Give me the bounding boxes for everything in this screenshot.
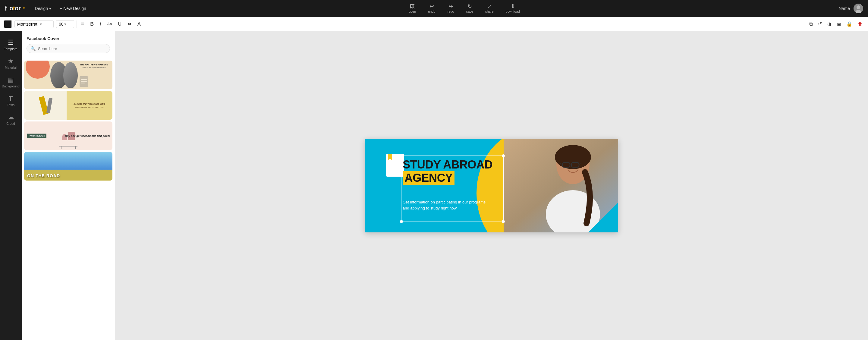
bookmark-icon <box>388 154 392 160</box>
avatar[interactable] <box>854 4 863 13</box>
templates-grid: THE MATTHEW BROTHERS Follow us and explo… <box>22 58 115 340</box>
tool-redo[interactable]: ↪ redo <box>445 2 457 14</box>
top-bar: f otor ® Design ▾ + New Design 🖼 open ↩ … <box>0 0 868 17</box>
logo-text: otor <box>9 5 21 12</box>
size-dropdown-icon: ▾ <box>64 22 66 27</box>
sidebar-item-texts[interactable]: T Texts <box>1 92 21 110</box>
align-button[interactable]: ≡ <box>79 20 86 28</box>
material-icon: ★ <box>8 58 14 64</box>
rotate-button[interactable]: ↺ <box>816 20 824 28</box>
logo: f otor ® <box>5 4 25 12</box>
new-design-button[interactable]: + New Design <box>56 5 90 12</box>
logo-tm: ® <box>23 7 25 10</box>
template-diy-subtitle: INFORMATIVE AND INTERESTING <box>75 106 104 108</box>
person-svg <box>504 139 618 233</box>
canvas-subtitle-text: Get information on participating in our … <box>403 199 487 211</box>
tool-undo[interactable]: ↩ undo <box>426 2 438 14</box>
duplicate-button[interactable]: ⧉ <box>807 20 814 28</box>
document-icon <box>386 154 404 177</box>
open-icon: 🖼 <box>410 4 415 9</box>
font-size-selector[interactable]: 60 ▾ <box>56 20 74 28</box>
template-card-road[interactable]: ON THE ROAD <box>24 152 113 181</box>
template-harvey-brand: HARVEY HOMEWARE <box>27 133 46 138</box>
canvas-title-line2: AGENCY <box>403 171 493 185</box>
font-dropdown-icon: ▾ <box>40 22 42 27</box>
template-card-harvey[interactable]: HARVEY HOMEWARE Buy one get second one h… <box>24 121 113 150</box>
logo-icon: f <box>5 4 7 12</box>
top-tools: 🖼 open ↩ undo ↪ redo ↻ save ⤢ share ⬇ do… <box>90 2 839 14</box>
search-icon: 🔍 <box>30 46 36 51</box>
sidebar-item-material[interactable]: ★ Material <box>1 55 21 72</box>
toolbar-right: ⧉ ↺ ◑ ▣ 🔒 🗑 <box>807 20 864 28</box>
cloud-icon: ☁ <box>7 114 14 121</box>
font-size-aa-button[interactable]: Aa <box>105 21 114 27</box>
top-right-area: Name <box>839 4 863 13</box>
design-menu-button[interactable]: Design ▾ <box>33 5 54 12</box>
sidebar-item-background[interactable]: ▦ Background <box>1 73 21 91</box>
background-icon: ▦ <box>7 76 14 83</box>
photo-area <box>504 139 618 233</box>
template-icon: ☰ <box>8 39 14 46</box>
template-card-diy[interactable]: all kinds of DIY ideas and tricks INFORM… <box>24 91 113 120</box>
canvas-subtitle-area[interactable]: Get information on participating in our … <box>403 199 487 211</box>
toolbar-divider-1 <box>76 21 77 28</box>
save-icon: ↻ <box>467 4 472 9</box>
templates-panel: Facebook Cover 🔍 THE MATTHEW BROTHERS Fo… <box>22 31 115 340</box>
main-area: ☰ Template ★ Material ▦ Background T Tex… <box>0 31 868 340</box>
template-diy-title: all kinds of DIY ideas and tricks <box>73 102 105 105</box>
search-box[interactable]: 🔍 <box>27 44 110 53</box>
chevron-down-icon: ▾ <box>49 6 51 11</box>
user-name: Name <box>839 6 850 11</box>
tool-download[interactable]: ⬇ download <box>503 2 522 14</box>
italic-button[interactable]: I <box>98 20 103 28</box>
font-case-button[interactable]: A <box>135 20 143 28</box>
redo-icon: ↪ <box>448 4 453 9</box>
color-swatch[interactable] <box>4 20 12 28</box>
sidebar-item-template[interactable]: ☰ Template <box>1 36 21 54</box>
canvas-title-line1: STUDY ABROAD <box>403 159 493 171</box>
lock-button[interactable]: 🔒 <box>844 20 854 28</box>
template-card-matthew[interactable]: THE MATTHEW BROTHERS Follow us and explo… <box>24 61 113 89</box>
layers-button[interactable]: ▣ <box>835 21 843 28</box>
canvas-wrapper: STUDY ABROAD AGENCY Get information on p… <box>365 139 618 233</box>
tool-save[interactable]: ↻ save <box>464 2 475 14</box>
spacing-button[interactable]: ⇔ <box>126 20 133 28</box>
template-harvey-title: Buy one get second one half price! <box>65 134 110 138</box>
left-sidebar: ☰ Template ★ Material ▦ Background T Tex… <box>0 31 22 340</box>
underline-button[interactable]: U <box>116 20 123 28</box>
tool-share[interactable]: ⤢ share <box>483 2 496 14</box>
texts-icon: T <box>9 95 13 102</box>
panel-title: Facebook Cover <box>27 36 110 41</box>
bold-button[interactable]: B <box>89 20 96 28</box>
tool-open[interactable]: 🖼 open <box>406 2 418 14</box>
canvas-area[interactable]: STUDY ABROAD AGENCY Get information on p… <box>115 31 868 340</box>
download-icon: ⬇ <box>510 4 515 9</box>
design-canvas[interactable]: STUDY ABROAD AGENCY Get information on p… <box>365 139 618 233</box>
panel-header: Facebook Cover 🔍 <box>22 31 115 58</box>
delete-button[interactable]: 🗑 <box>856 20 864 28</box>
template-road-title: ON THE ROAD <box>27 173 60 178</box>
font-selector[interactable]: Montserrat ▾ <box>14 20 54 28</box>
share-icon: ⤢ <box>487 4 492 9</box>
mask-button[interactable]: ◑ <box>826 20 833 28</box>
undo-icon: ↩ <box>430 4 434 9</box>
text-toolbar: Montserrat ▾ 60 ▾ ≡ B I Aa U ⇔ A ⧉ ↺ ◑ ▣… <box>0 17 868 31</box>
canvas-title-area[interactable]: STUDY ABROAD AGENCY <box>403 159 493 185</box>
search-input[interactable] <box>38 47 106 51</box>
template-matthew-subtitle: Follow us and explore the wild world <box>80 67 108 68</box>
svg-point-10 <box>555 145 591 169</box>
sidebar-item-cloud[interactable]: ☁ Cloud <box>1 111 21 128</box>
template-matthew-title: THE MATTHEW BROTHERS <box>80 64 108 66</box>
svg-point-1 <box>857 5 860 9</box>
